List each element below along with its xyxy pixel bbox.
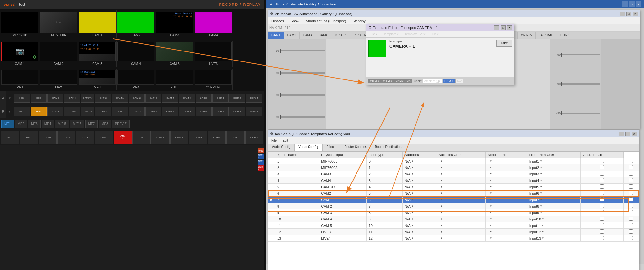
table-row[interactable]: 5CAM1XX4N/A ▼ ▼ ▼Input5 ▼ xyxy=(268,184,639,190)
cam1-preview[interactable]: 📷 ⚙ CAM 1 xyxy=(1,41,39,67)
slider-track-2[interactable] xyxy=(280,72,325,74)
row-hide[interactable] xyxy=(580,177,623,184)
viz-menu-show[interactable]: Show xyxy=(289,18,301,23)
bot-cam3[interactable]: CAM3 xyxy=(39,131,57,144)
row-xpoint[interactable]: CAM3 xyxy=(319,171,366,177)
row-audiolink2[interactable]: ▼ xyxy=(486,216,527,222)
bot-ddr1[interactable]: DDR 1 xyxy=(226,131,244,144)
row-virtual[interactable] xyxy=(623,190,639,197)
table-row[interactable]: 1MIP7600B0N/A ▼ ▼ ▼Input1 ▼ xyxy=(268,158,639,164)
viz-toolbar-fm[interactable]: FM xyxy=(278,26,282,30)
row-type[interactable]: N/A ▼ xyxy=(403,184,436,190)
row-type[interactable]: N/A ▼ xyxy=(403,216,436,222)
row-type[interactable]: N/A ▼ xyxy=(403,164,436,171)
me-sel-me7[interactable]: ME7 xyxy=(85,120,98,128)
row-xpoint[interactable]: CAM 1 xyxy=(319,197,366,203)
slider-track-3[interactable] xyxy=(280,94,325,96)
right-slider-track-1[interactable] xyxy=(561,54,600,55)
bot-hd1[interactable]: HD1 xyxy=(1,131,19,144)
bus-a-cam1[interactable]: 17 CAM 1 xyxy=(112,94,128,103)
viz-menu-studio[interactable]: Studio setups (Funcspec) xyxy=(305,18,347,23)
row-xpoint[interactable]: LIVE4 xyxy=(319,235,366,242)
row-audiolink[interactable]: ▼ xyxy=(436,177,486,184)
avs-tab-audio[interactable]: Audio Config xyxy=(268,144,295,151)
bus-b-live3[interactable]: LIVE3 xyxy=(196,107,212,116)
bus-b-cam3b[interactable]: CAM 3 xyxy=(145,107,161,116)
row-virtual[interactable] xyxy=(623,229,639,235)
bus-a-cam3[interactable]: CAM3 xyxy=(47,94,63,103)
row-xpoint[interactable]: CAM4 xyxy=(319,177,366,184)
bus-b-cam5[interactable]: CAM 5 xyxy=(179,107,195,116)
right-slider-track-3[interactable] xyxy=(561,113,600,114)
row-xpoint[interactable]: MIP7600B xyxy=(319,158,366,164)
row-hide[interactable] xyxy=(580,203,623,209)
table-row[interactable]: 10CAM 49N/A ▼ ▼ ▼Input10 ▼ xyxy=(268,216,639,222)
te-close-btn[interactable]: ✕ xyxy=(507,25,512,30)
rdp-restore-btn[interactable]: □ xyxy=(629,1,635,7)
row-physical[interactable]: 5 xyxy=(366,190,403,197)
row-mixer[interactable]: Input6 ▼ xyxy=(527,190,580,197)
te-ca-btn[interactable]: CA xyxy=(405,79,412,83)
table-row[interactable]: 4CAM43N/A ▼ ▼ ▼Input4 ▼ xyxy=(268,177,639,184)
row-audiolink2[interactable]: ▼ xyxy=(486,209,527,216)
bus-a-cam4[interactable]: CAM4 xyxy=(64,94,80,103)
bus-b-cam4[interactable]: CAM4 xyxy=(64,107,80,116)
row-xpoint[interactable]: CAM 4 xyxy=(319,216,366,222)
row-xpoint[interactable]: CAM2 xyxy=(319,190,366,197)
row-audiolink[interactable]: ▼ xyxy=(436,209,486,216)
me-sel-me4[interactable]: ME4 xyxy=(42,120,54,128)
me-sel-me3[interactable]: ME3 xyxy=(28,120,41,128)
row-virtual[interactable] xyxy=(623,177,639,184)
row-mixer[interactable]: Input12 ▼ xyxy=(527,229,580,235)
row-physical[interactable]: 10 xyxy=(366,222,403,229)
te-cam3-btn[interactable]: CAM3 xyxy=(394,79,405,83)
row-physical[interactable]: 0 xyxy=(366,158,403,164)
rdp-minimize-btn[interactable]: — xyxy=(622,1,628,7)
monitor-cam3-top[interactable]: 19:44:26:03.0 IC:19:44:26:03 CAM3 xyxy=(155,10,194,38)
viz-toolbar-l2a[interactable]: L2 xyxy=(283,26,286,30)
viz-cam-tab-cam4[interactable]: CAM4 xyxy=(315,32,331,39)
monitor-cam1-top[interactable]: CAM 1 xyxy=(78,10,117,38)
row-physical[interactable]: 2 xyxy=(366,171,403,177)
table-row[interactable]: ▶7CAM 16N/A ▼ ▼ ▼Input7 ▼ xyxy=(268,197,639,203)
row-mixer[interactable]: Input10 ▼ xyxy=(527,216,580,222)
bus-b-ddr4[interactable]: DDR 4 xyxy=(246,107,262,116)
me-sel-previz[interactable]: PREVIZ xyxy=(112,120,130,128)
avs-restore-btn[interactable]: □ xyxy=(625,132,630,136)
col-audiolink[interactable]: Audiolink xyxy=(403,152,436,158)
row-audiolink[interactable]: ▼ xyxy=(436,190,486,197)
bus-b-cam3[interactable]: CAM3 xyxy=(47,107,63,116)
row-audiolink2[interactable]: ▼ xyxy=(486,177,527,184)
avs-tab-router-dest[interactable]: Router Destinations xyxy=(371,144,407,151)
row-xpoint[interactable]: LIVE3 xyxy=(319,229,366,235)
row-type[interactable]: N/A ▼ xyxy=(403,203,436,209)
row-virtual[interactable] xyxy=(623,222,639,229)
row-audiolink[interactable]: ▼ xyxy=(436,171,486,177)
full-item[interactable]: FULL xyxy=(155,69,194,90)
row-type[interactable]: N/A ▼ xyxy=(403,229,436,235)
table-row[interactable]: 9CAM 38N/A ▼ ▼ ▼Input9 ▼ xyxy=(268,209,639,216)
viz-toolbar-ha[interactable]: HA xyxy=(269,26,274,30)
bot-cam5[interactable]: CAM 5 xyxy=(189,131,207,144)
me-sel-me6[interactable]: M/E 6 xyxy=(70,120,84,128)
bus-a-cam3b[interactable]: CAM 3 xyxy=(145,94,161,103)
row-mixer[interactable]: Input13 ▼ xyxy=(527,235,580,242)
row-mixer[interactable]: Input4 ▼ xyxy=(527,177,580,184)
row-virtual[interactable] xyxy=(623,203,639,209)
row-physical[interactable]: 12 xyxy=(366,235,403,242)
viz-restore-btn[interactable]: □ xyxy=(626,12,631,16)
bus-b-cam1yy[interactable]: CAM1YY xyxy=(81,107,94,116)
col-hide[interactable]: Hide From User xyxy=(527,152,580,158)
bus-a-hd1[interactable]: HD1 xyxy=(14,94,30,103)
row-type[interactable]: N/A ▼ xyxy=(403,222,436,229)
row-hide[interactable] xyxy=(580,229,623,235)
table-row[interactable]: 12LIVE311N/A ▼ ▼ ▼Input12 ▼ xyxy=(268,229,639,235)
row-xpoint[interactable]: CAM1XX xyxy=(319,184,366,190)
bot-cam2b[interactable]: CAM 2 xyxy=(132,131,151,144)
bus-a-cam1yy[interactable]: CAM1YY xyxy=(81,94,94,103)
row-audiolink2[interactable]: ▼ xyxy=(486,229,527,235)
bus-b-cam1[interactable]: CAM 1 xyxy=(112,107,128,116)
bus-a-hd2[interactable]: HD2 xyxy=(31,94,47,103)
te-mip-btn1[interactable]: mip you xyxy=(368,79,381,83)
avs-tab-effects[interactable]: Effects xyxy=(323,144,340,151)
